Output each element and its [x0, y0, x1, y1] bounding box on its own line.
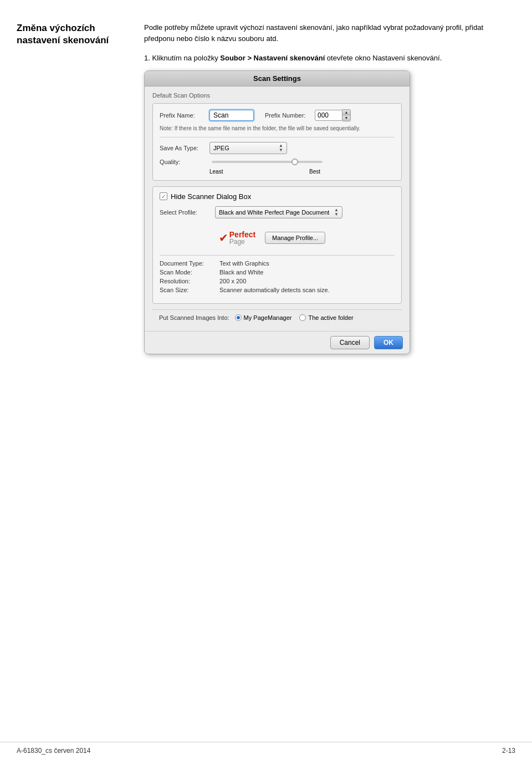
- content-area: Změna výchozích nastavení skenování Podl…: [0, 0, 532, 742]
- note-text: Note: If there is the same file name in …: [160, 125, 395, 133]
- scan-size-label: Scan Size:: [160, 287, 215, 293]
- footer-left: A-61830_cs červen 2014: [17, 747, 90, 755]
- step-container: 1. Kliknutím na položky Soubor > Nastave…: [144, 53, 515, 354]
- quality-least-label: Least: [209, 169, 223, 175]
- default-scan-label: Default Scan Options: [152, 92, 402, 99]
- checkmark-icon: ✔: [219, 231, 228, 244]
- spin-up-btn[interactable]: ▲: [342, 110, 350, 115]
- quality-slider-container: [209, 161, 395, 163]
- doc-type-label: Document Type:: [160, 260, 215, 267]
- section-box-prefix: Prefix Name: Prefix Number: ▲ ▼: [152, 103, 402, 181]
- page-container: Změna výchozích nastavení skenování Podl…: [0, 0, 532, 759]
- scan-mode-value: Black and White: [219, 269, 395, 276]
- select-profile-value: Black and White Perfect Page Document: [219, 209, 332, 216]
- quality-label: Quality:: [160, 159, 209, 165]
- dialog-box: Scan Settings Default Scan Options Prefi…: [144, 70, 410, 354]
- divider-1: [160, 137, 395, 137]
- profile-manage-row: ✔ Perfect Page Manage Profile...: [215, 224, 395, 252]
- scan-mode-label: Scan Mode:: [160, 269, 215, 276]
- dialog-wrapper: Scan Settings Default Scan Options Prefi…: [144, 70, 515, 354]
- hide-scanner-label: Hide Scanner Dialog Box: [171, 192, 251, 201]
- radio-active-folder-label: The active folder: [308, 314, 353, 321]
- prefix-name-label: Prefix Name:: [160, 112, 209, 119]
- select-profile-label: Select Profile:: [160, 209, 215, 216]
- radio-active-folder-circle[interactable]: [299, 314, 306, 321]
- prefix-name-input[interactable]: [209, 110, 254, 121]
- resolution-value: 200 x 200: [219, 278, 395, 284]
- scan-size-value: Scanner automatically detects scan size.: [219, 287, 395, 293]
- doc-type-value: Text with Graphics: [219, 260, 395, 267]
- info-grid: Document Type: Text with Graphics Scan M…: [160, 260, 395, 293]
- dropdown-arrows-icon: ▲ ▼: [279, 144, 283, 152]
- right-column: Podle potřeby můžete upravit výchozí nas…: [139, 22, 515, 709]
- page-text: Page: [229, 238, 255, 245]
- perfect-page-logo: ✔ Perfect Page: [215, 224, 259, 252]
- spin-buttons[interactable]: ▲ ▼: [342, 109, 351, 121]
- save-as-type-value: JPEG: [213, 145, 277, 151]
- radio-active-folder[interactable]: The active folder: [299, 314, 353, 321]
- ok-button[interactable]: OK: [374, 336, 403, 349]
- select-profile-dropdown[interactable]: Black and White Perfect Page Document ▲ …: [215, 206, 342, 218]
- resolution-label: Resolution:: [160, 278, 215, 284]
- quality-slider-track[interactable]: [212, 161, 323, 163]
- section-separator: [160, 255, 395, 256]
- radio-my-pagemanager[interactable]: My PageManager: [235, 314, 292, 321]
- quality-best-label: Best: [309, 169, 320, 175]
- spin-down-btn[interactable]: ▼: [342, 115, 350, 121]
- step-text-suffix: otevřete okno Nastavení skenování.: [325, 54, 442, 62]
- perfect-text: Perfect: [229, 231, 255, 238]
- manage-profile-btn[interactable]: Manage Profile...: [265, 232, 325, 244]
- hide-scanner-row: ✓ Hide Scanner Dialog Box: [160, 192, 395, 201]
- section-box-profile: ✓ Hide Scanner Dialog Box Select Profile…: [152, 186, 402, 304]
- intro-text: Podle potřeby můžete upravit výchozí nas…: [144, 22, 515, 44]
- profile-dropdown-arrows-icon: ▲ ▼: [334, 208, 339, 217]
- section-heading: Změna výchozích nastavení skenování: [17, 22, 127, 47]
- save-type-row: Save As Type: JPEG ▲ ▼: [160, 142, 395, 154]
- dialog-content: Default Scan Options Prefix Name: Prefix…: [145, 86, 410, 331]
- step-text-bold: Soubor > Nastavení skenování: [220, 54, 325, 62]
- prefix-row: Prefix Name: Prefix Number: ▲ ▼: [160, 109, 395, 121]
- page-footer: A-61830_cs červen 2014 2-13: [0, 742, 532, 759]
- prefix-number-input[interactable]: [315, 110, 342, 121]
- save-as-type-label: Save As Type:: [160, 145, 209, 151]
- step-text-prefix: Kliknutím na položky: [152, 54, 220, 62]
- quality-row: Quality:: [160, 159, 395, 165]
- put-scanned-label: Put Scanned Images Into:: [159, 314, 229, 321]
- dialog-buttons: Cancel OK: [145, 331, 410, 354]
- save-as-type-dropdown[interactable]: JPEG ▲ ▼: [209, 142, 287, 154]
- quality-slider-thumb[interactable]: [291, 159, 298, 165]
- select-profile-row: Select Profile: Black and White Perfect …: [160, 206, 395, 218]
- prefix-number-spinbox[interactable]: ▲ ▼: [315, 109, 351, 121]
- hide-scanner-checkbox[interactable]: ✓: [160, 192, 167, 200]
- radio-my-pagemanager-circle[interactable]: [235, 314, 242, 321]
- left-column: Změna výchozích nastavení skenování: [17, 22, 139, 709]
- step-text: 1. Kliknutím na položky Soubor > Nastave…: [144, 53, 515, 64]
- cancel-button[interactable]: Cancel: [330, 336, 370, 349]
- dialog-titlebar: Scan Settings: [145, 71, 410, 86]
- put-scanned-row: Put Scanned Images Into: My PageManager …: [152, 309, 402, 325]
- footer-right: 2-13: [502, 747, 515, 755]
- prefix-number-label: Prefix Number:: [265, 112, 315, 119]
- perfect-page-text: Perfect Page: [229, 231, 255, 245]
- step-number: 1.: [144, 54, 150, 62]
- dialog-title: Scan Settings: [253, 74, 301, 83]
- radio-my-pagemanager-label: My PageManager: [244, 314, 292, 321]
